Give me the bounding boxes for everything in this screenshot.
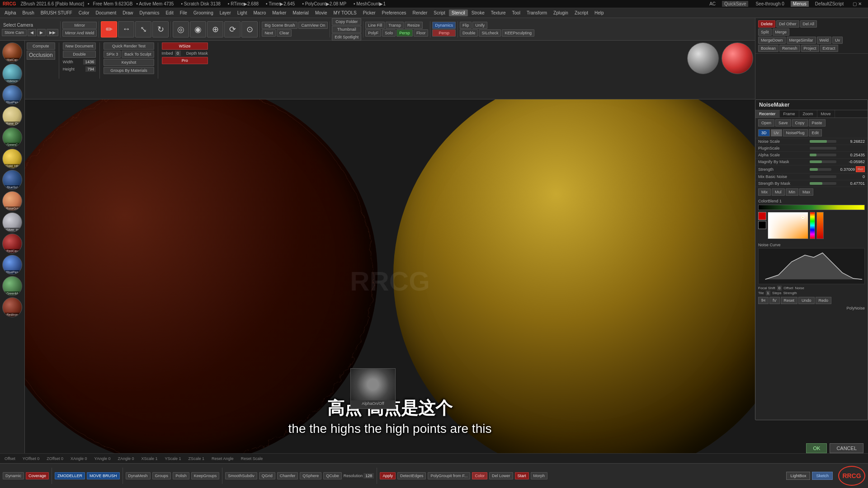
btn8[interactable]: ⟳ — [224, 21, 241, 38]
keep-sculpting-btn[interactable]: KEEPsculpting — [502, 29, 534, 37]
mirror-weld-btn[interactable]: Mirror And Weld — [62, 29, 97, 37]
imbed-val[interactable]: 0 — [175, 51, 181, 56]
rotate-btn[interactable]: ↻ — [152, 21, 169, 38]
hue-bar[interactable] — [810, 212, 815, 239]
polyf-btn[interactable]: PolyF — [365, 29, 381, 37]
compute-btn[interactable]: Compute — [27, 42, 55, 50]
reset-btn[interactable]: Reset — [781, 297, 798, 304]
camview-on-btn[interactable]: CamView On — [298, 22, 328, 29]
zscale-val[interactable]: ZScale 1 — [187, 456, 207, 461]
yoffset-val[interactable]: YOffset 0 — [21, 456, 41, 461]
dynamics-btn[interactable]: Dynamics — [432, 22, 456, 29]
menu-help[interactable]: Help — [592, 9, 607, 16]
detect-edges-btn[interactable]: DetectEdges — [397, 472, 426, 479]
qgrid-btn[interactable]: QGrid — [259, 472, 275, 479]
next-btn[interactable]: Next — [262, 29, 276, 37]
preview-sphere-red[interactable] — [722, 42, 753, 74]
wsize-btn[interactable]: WSize — [162, 42, 208, 50]
yscale-val[interactable]: YScale 1 — [163, 456, 183, 461]
solo-btn[interactable]: Solo — [382, 29, 396, 37]
thumbnail-panel[interactable]: AlphaOn/Off — [350, 368, 396, 409]
menu-material[interactable]: Material — [290, 9, 311, 16]
groups-btn[interactable]: Groups — [152, 472, 171, 479]
next-cam-btn[interactable]: ▶▶ — [47, 29, 58, 36]
pluginscale-slider[interactable] — [810, 147, 836, 150]
move-brush-btn[interactable]: MOVE BRUSH — [87, 472, 120, 479]
clear-btn[interactable]: Clear — [277, 29, 292, 37]
reset-angle-btn[interactable]: Reset Angle — [210, 456, 236, 461]
menu-file[interactable]: File — [177, 9, 190, 16]
noise-scale-slider[interactable] — [810, 140, 836, 143]
sketch-btn[interactable]: Sketch — [812, 472, 833, 480]
default-zscript[interactable]: DefaultZScript — [815, 1, 844, 6]
menu-layer[interactable]: Layer — [217, 9, 234, 16]
menu-movie[interactable]: Movie — [312, 9, 330, 16]
yangle-val[interactable]: YAngle 0 — [93, 456, 113, 461]
del-other-btn[interactable]: Del Other — [776, 20, 799, 28]
big-scene-brush-btn[interactable]: Big Scene Brush — [262, 22, 297, 29]
qcube-btn[interactable]: QCube — [323, 472, 342, 479]
menu-script[interactable]: Script — [431, 9, 448, 16]
polish-btn[interactable]: Polish — [173, 472, 189, 479]
draw-btn[interactable]: ✏ — [101, 21, 117, 38]
menu-marker[interactable]: Marker — [269, 9, 289, 16]
spix3-btn[interactable]: SPix 3 — [104, 51, 121, 58]
tab-move[interactable]: Move — [817, 110, 835, 117]
menu-light[interactable]: Light — [235, 9, 250, 16]
nm-save-btn[interactable]: Save — [775, 119, 791, 127]
dynamesh-btn[interactable]: DynaMesh — [126, 472, 151, 479]
menus-btn[interactable]: Menus — [791, 1, 809, 7]
zangle-val[interactable]: ZAngle 0 — [116, 456, 136, 461]
window-controls[interactable]: ▢ ✕ — [853, 1, 862, 6]
material-rediron[interactable]: RedIron — [2, 297, 22, 317]
coverage-btn[interactable]: Coverage — [26, 472, 49, 479]
menu-preferences[interactable]: Preferences — [379, 9, 409, 16]
magnify-slider[interactable] — [810, 160, 836, 163]
nm-open-btn[interactable]: Open — [758, 119, 774, 127]
fh-btn[interactable]: fH — [758, 297, 769, 304]
preview-sphere-gray[interactable] — [687, 42, 719, 74]
menu-my-tools[interactable]: MY TOOLS — [331, 9, 359, 16]
material-redcav[interactable]: RedCav — [2, 234, 22, 253]
nm-3d-btn[interactable]: 3D — [758, 129, 770, 136]
boolean-btn[interactable]: Boolean — [758, 45, 778, 52]
material-rosegol[interactable]: RoseGol — [2, 191, 22, 211]
redo-btn[interactable]: Redo — [816, 297, 832, 304]
btn5[interactable]: ◎ — [173, 21, 189, 38]
menu-zplugin[interactable]: Zplugin — [551, 9, 571, 16]
prev-cam-btn[interactable]: ◀ — [28, 29, 36, 36]
nm-max-btn[interactable]: Max — [799, 188, 813, 196]
nm-min-btn[interactable]: Min — [786, 188, 799, 196]
material-bluepea2[interactable]: BluePea — [2, 255, 22, 275]
new-document-btn[interactable]: New Document — [63, 42, 96, 50]
tile-val[interactable]: 1 — [766, 291, 770, 296]
polygroupit-btn[interactable]: PolyGroupit from F... — [428, 472, 470, 479]
persp2-btn[interactable]: Persp — [432, 29, 456, 37]
split-btn[interactable]: Split — [758, 28, 772, 36]
apply-btn[interactable]: Apply — [380, 472, 396, 479]
silcheck-btn[interactable]: SILcheck — [479, 29, 501, 37]
strength-slider[interactable] — [810, 168, 831, 171]
uv-btn[interactable]: Uv — [832, 37, 843, 44]
back-to-sculpt-btn[interactable]: Back To Sculpt — [122, 51, 154, 58]
menu-render[interactable]: Render — [410, 9, 430, 16]
xscale-val[interactable]: XScale 1 — [140, 456, 160, 461]
menu-grooming[interactable]: Grooming — [191, 9, 216, 16]
scale-btn[interactable]: ⤡ — [135, 21, 151, 38]
flip-btn[interactable]: Flip — [460, 22, 472, 29]
weld-btn[interactable]: Weld — [817, 37, 831, 44]
select-camera-label[interactable]: Select Camera — [2, 22, 58, 28]
menu-stencil[interactable]: Stencil — [449, 9, 468, 16]
strength-by-mask-val[interactable]: 0.47701 — [838, 181, 865, 186]
nm-mix-btn[interactable]: Mix — [758, 188, 771, 196]
xangle-val[interactable]: XAngle 0 — [69, 456, 89, 461]
keyshot-btn[interactable]: Keyshot — [104, 59, 154, 66]
delete-btn[interactable]: Delete — [758, 20, 775, 28]
color-swatch-red[interactable] — [758, 212, 766, 220]
persp-btn[interactable]: Persp — [396, 29, 413, 37]
material-greenc[interactable]: GreenC — [2, 127, 22, 147]
move-btn[interactable]: ↔ — [118, 21, 134, 38]
material-goldhf[interactable]: Gold_HF — [2, 149, 22, 169]
color-swatch-black[interactable] — [758, 221, 766, 229]
qsphere-btn[interactable]: QSphere — [300, 472, 321, 479]
